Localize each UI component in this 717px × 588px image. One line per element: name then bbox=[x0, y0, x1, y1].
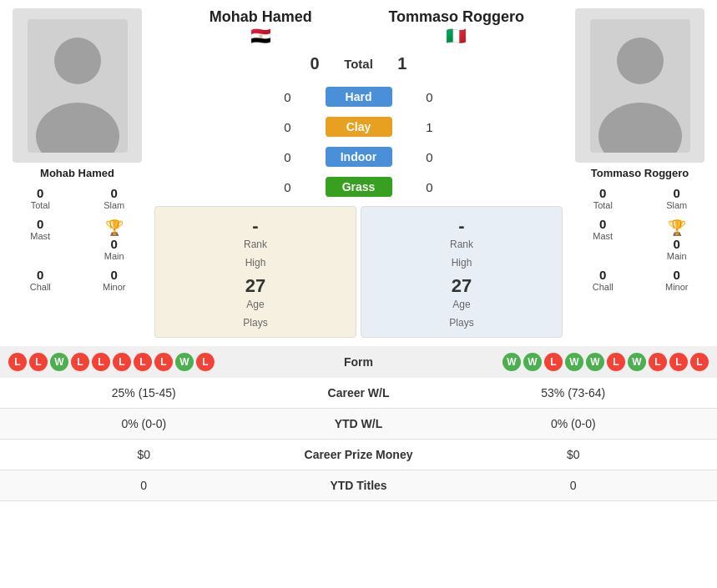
clay-score-left: 0 bbox=[275, 120, 300, 134]
player2-slam-value: 0 bbox=[674, 186, 680, 200]
player2-minor-value: 0 bbox=[674, 268, 680, 282]
player2-chall-value: 0 bbox=[599, 268, 606, 282]
form-label: Form bbox=[309, 355, 409, 369]
grass-row: 0 Grass 0 bbox=[154, 172, 563, 202]
form-badge-w: W bbox=[586, 353, 604, 371]
player2-minor-cell: 0 Minor bbox=[641, 265, 714, 294]
player2-career-wl: 53% (73-64) bbox=[442, 386, 705, 400]
clay-row: 0 Clay 1 bbox=[154, 112, 563, 142]
form-section: LLWLLLLLWL Form WWLWWLWLLL bbox=[0, 346, 717, 378]
player1-form: LLWLLLLLWL bbox=[8, 353, 309, 371]
profile-cards: - Rank High 27 Age Plays - Ra bbox=[154, 206, 563, 338]
player2-high-label: High bbox=[374, 257, 549, 269]
player1-main-value: 0 bbox=[111, 237, 118, 251]
player2-rank-label: Rank bbox=[374, 239, 549, 250]
player1-rank-value: - bbox=[168, 215, 343, 237]
ytd-wl-row: 0% (0-0) YTD W/L 0% (0-0) bbox=[0, 409, 717, 440]
player1-chall-cell: 0 Chall bbox=[4, 265, 77, 294]
clay-badge: Clay bbox=[326, 117, 392, 137]
player2-ytd-titles: 0 bbox=[442, 479, 705, 492]
player2-flag: 🇮🇹 bbox=[446, 26, 467, 46]
player2-prize: $0 bbox=[442, 448, 705, 461]
player1-career-wl: 25% (15-45) bbox=[13, 386, 275, 400]
player1-slam-label: Slam bbox=[104, 200, 124, 210]
ytd-titles-row: 0 YTD Titles 0 bbox=[0, 470, 717, 501]
total-label: Total bbox=[344, 57, 373, 71]
player1-mast-label: Mast bbox=[30, 231, 50, 241]
players-section: Mohab Hamed 0 Total 0 Slam 0 Mast 🏆 0 M bbox=[0, 0, 717, 346]
form-badge-l: L bbox=[134, 353, 152, 371]
indoor-row: 0 Indoor 0 bbox=[154, 142, 563, 172]
player1-age-value: 27 bbox=[168, 275, 343, 297]
form-badge-w: W bbox=[523, 353, 542, 371]
form-badge-l: L bbox=[92, 353, 110, 371]
player1-name: Mohab Hamed bbox=[40, 167, 114, 179]
career-wl-row: 25% (15-45) Career W/L 53% (73-64) bbox=[0, 378, 717, 409]
form-badge-l: L bbox=[154, 353, 173, 371]
total-score-row: 0 Total 1 bbox=[154, 50, 563, 78]
player2-total-cell: 0 Total bbox=[567, 183, 639, 213]
player1-total-cell: 0 Total bbox=[4, 183, 77, 213]
ytd-titles-label: YTD Titles bbox=[275, 479, 442, 492]
player1-trophy-cell: 🏆 0 Main bbox=[78, 214, 151, 264]
indoor-badge: Indoor bbox=[326, 147, 392, 167]
hard-score-right: 0 bbox=[417, 90, 442, 104]
surface-rows: 0 Hard 0 0 Clay 1 0 Indoor 0 0 Grass bbox=[154, 82, 563, 202]
form-badge-w: W bbox=[175, 353, 194, 371]
player1-mast-value: 0 bbox=[37, 217, 43, 231]
player2-chall-label: Chall bbox=[593, 282, 613, 292]
grass-score-right: 0 bbox=[417, 180, 442, 194]
player2-mast-label: Mast bbox=[593, 231, 613, 241]
player2-plays-label: Plays bbox=[374, 317, 549, 329]
form-badge-l: L bbox=[690, 353, 709, 371]
player1-age-label: Age bbox=[168, 299, 343, 310]
player2-slam-cell: 0 Slam bbox=[641, 183, 714, 213]
main-container: Mohab Hamed 0 Total 0 Slam 0 Mast 🏆 0 M bbox=[0, 0, 717, 501]
player1-stats-grid: 0 Total 0 Slam 0 Mast 🏆 0 Main 0 bbox=[4, 183, 150, 294]
prize-row: $0 Career Prize Money $0 bbox=[0, 440, 717, 470]
player1-mast-cell: 0 Mast bbox=[4, 214, 77, 264]
player1-profile-card: - Rank High 27 Age Plays bbox=[154, 206, 356, 338]
player1-high-label: High bbox=[168, 257, 343, 269]
indoor-score-right: 0 bbox=[417, 150, 442, 164]
player2-total-label: Total bbox=[593, 200, 613, 210]
player2-mast-cell: 0 Mast bbox=[567, 214, 639, 264]
form-badge-l: L bbox=[113, 353, 131, 371]
form-badge-w: W bbox=[628, 353, 646, 371]
player1-flag: 🇪🇬 bbox=[250, 26, 271, 46]
player2-rank-value: - bbox=[374, 215, 549, 237]
player1-total-label: Total bbox=[31, 200, 50, 210]
player1-minor-cell: 0 Minor bbox=[78, 265, 151, 294]
player2-total-value: 0 bbox=[599, 186, 606, 200]
player2-form: WWLWWLWLLL bbox=[409, 353, 709, 371]
player2-profile-card: - Rank High 27 Age Plays bbox=[361, 206, 563, 338]
player1-ytd-titles: 0 bbox=[13, 479, 275, 492]
prize-label: Career Prize Money bbox=[275, 448, 442, 461]
trophy1-icon: 🏆 bbox=[105, 219, 124, 237]
player1-chall-value: 0 bbox=[37, 268, 43, 282]
player2-chall-cell: 0 Chall bbox=[567, 265, 639, 294]
player2-slam-label: Slam bbox=[666, 200, 687, 210]
center-panel: Mohab Hamed 🇪🇬 Tommaso Roggero 🇮🇹 0 Tota… bbox=[154, 8, 563, 338]
total-score-left: 0 bbox=[302, 54, 327, 73]
player1-prize: $0 bbox=[13, 448, 275, 461]
player2-mast-value: 0 bbox=[599, 217, 606, 231]
form-badge-l: L bbox=[29, 353, 48, 371]
svg-point-4 bbox=[617, 38, 664, 84]
form-badge-l: L bbox=[8, 353, 27, 371]
player1-minor-value: 0 bbox=[111, 268, 118, 282]
player2-avatar bbox=[575, 8, 704, 163]
player1-slam-value: 0 bbox=[111, 186, 118, 200]
player2-title: Tommaso Roggero bbox=[388, 8, 524, 26]
player2-minor-label: Minor bbox=[665, 282, 689, 292]
form-badge-l: L bbox=[669, 353, 688, 371]
form-badge-w: W bbox=[565, 353, 583, 371]
ytd-wl-label: YTD W/L bbox=[275, 417, 442, 430]
form-badge-l: L bbox=[544, 353, 563, 371]
indoor-score-left: 0 bbox=[275, 150, 300, 164]
form-badge-l: L bbox=[649, 353, 667, 371]
total-score-right: 1 bbox=[390, 54, 415, 73]
player2-main-value: 0 bbox=[674, 237, 680, 251]
player-left: Mohab Hamed 0 Total 0 Slam 0 Mast 🏆 0 M bbox=[4, 8, 150, 338]
player2-age-label: Age bbox=[374, 299, 549, 310]
